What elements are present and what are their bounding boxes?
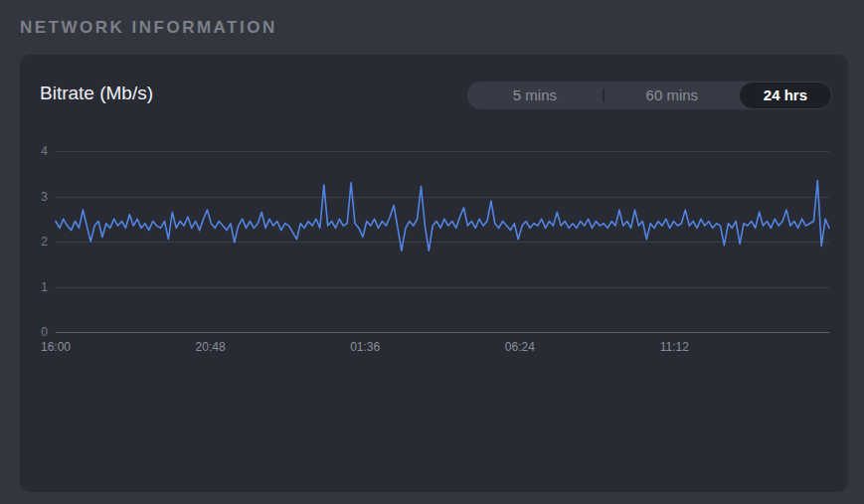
range-option-24-hrs[interactable]: 24 hrs — [740, 83, 831, 108]
time-range-selector: 5 mins 60 mins 24 hrs — [467, 82, 832, 109]
gridline-y0 — [56, 332, 829, 333]
y-tick-label: 2 — [41, 235, 48, 249]
chart-title: Bitrate (Mb/s) — [40, 83, 153, 104]
bitrate-chart: 01234 16:0020:4801:3606:2411:12 — [56, 151, 829, 332]
page-title: NETWORK INFORMATION — [20, 18, 277, 38]
range-option-60-mins[interactable]: 60 mins — [605, 82, 740, 109]
x-tick-label: 20:48 — [196, 340, 226, 354]
x-tick-label: 06:24 — [505, 340, 535, 354]
x-tick-label: 01:36 — [350, 340, 380, 354]
x-tick-label: 11:12 — [660, 340, 689, 354]
bitrate-line-series — [56, 151, 829, 332]
y-tick-label: 0 — [41, 325, 48, 339]
x-tick-label: 16:00 — [41, 340, 71, 354]
network-information-card: Bitrate (Mb/s) 5 mins 60 mins 24 hrs 012… — [20, 55, 848, 492]
y-tick-label: 3 — [41, 190, 48, 204]
range-option-5-mins[interactable]: 5 mins — [467, 82, 603, 109]
y-tick-label: 1 — [41, 280, 48, 294]
y-tick-label: 4 — [41, 144, 48, 158]
